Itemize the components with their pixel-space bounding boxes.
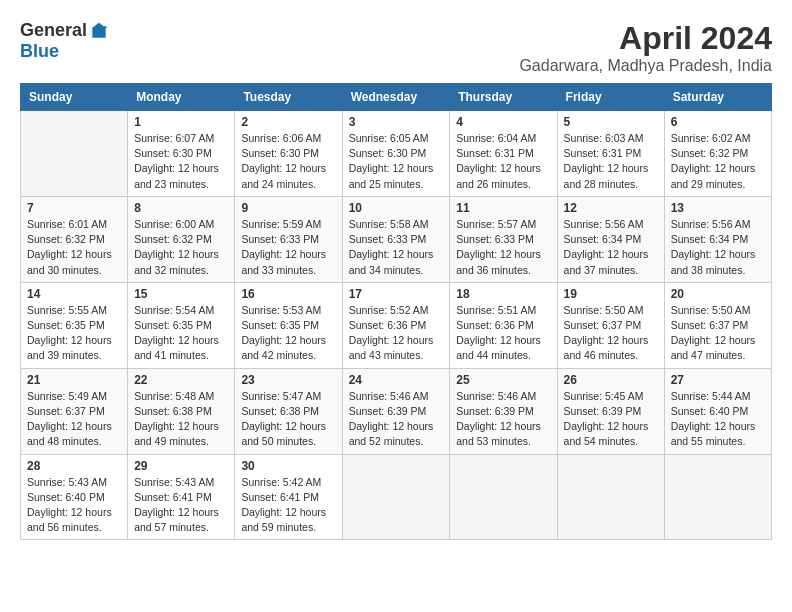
day-info: Sunrise: 5:48 AM Sunset: 6:38 PM Dayligh… [134,389,228,450]
day-number: 18 [456,287,550,301]
logo-general-text: General [20,20,87,41]
week-row-5: 28Sunrise: 5:43 AM Sunset: 6:40 PM Dayli… [21,454,772,540]
month-title: April 2024 [519,20,772,57]
day-number: 30 [241,459,335,473]
day-number: 23 [241,373,335,387]
location-title: Gadarwara, Madhya Pradesh, India [519,57,772,75]
day-number: 2 [241,115,335,129]
calendar-header: SundayMondayTuesdayWednesdayThursdayFrid… [21,84,772,111]
day-info: Sunrise: 5:57 AM Sunset: 6:33 PM Dayligh… [456,217,550,278]
day-number: 9 [241,201,335,215]
calendar-cell [557,454,664,540]
calendar-cell [342,454,450,540]
day-number: 29 [134,459,228,473]
weekday-header-thursday: Thursday [450,84,557,111]
day-number: 20 [671,287,765,301]
calendar-cell: 23Sunrise: 5:47 AM Sunset: 6:38 PM Dayli… [235,368,342,454]
day-number: 3 [349,115,444,129]
day-info: Sunrise: 5:54 AM Sunset: 6:35 PM Dayligh… [134,303,228,364]
week-row-3: 14Sunrise: 5:55 AM Sunset: 6:35 PM Dayli… [21,282,772,368]
calendar-cell [21,111,128,197]
calendar-cell: 5Sunrise: 6:03 AM Sunset: 6:31 PM Daylig… [557,111,664,197]
day-number: 13 [671,201,765,215]
day-number: 26 [564,373,658,387]
day-info: Sunrise: 5:43 AM Sunset: 6:41 PM Dayligh… [134,475,228,536]
day-info: Sunrise: 5:51 AM Sunset: 6:36 PM Dayligh… [456,303,550,364]
day-info: Sunrise: 5:58 AM Sunset: 6:33 PM Dayligh… [349,217,444,278]
calendar-cell: 2Sunrise: 6:06 AM Sunset: 6:30 PM Daylig… [235,111,342,197]
calendar-cell: 13Sunrise: 5:56 AM Sunset: 6:34 PM Dayli… [664,196,771,282]
day-number: 1 [134,115,228,129]
calendar-cell: 10Sunrise: 5:58 AM Sunset: 6:33 PM Dayli… [342,196,450,282]
day-info: Sunrise: 6:00 AM Sunset: 6:32 PM Dayligh… [134,217,228,278]
day-info: Sunrise: 6:01 AM Sunset: 6:32 PM Dayligh… [27,217,121,278]
day-info: Sunrise: 5:49 AM Sunset: 6:37 PM Dayligh… [27,389,121,450]
calendar-cell: 11Sunrise: 5:57 AM Sunset: 6:33 PM Dayli… [450,196,557,282]
calendar-cell: 8Sunrise: 6:00 AM Sunset: 6:32 PM Daylig… [128,196,235,282]
day-number: 22 [134,373,228,387]
day-number: 14 [27,287,121,301]
day-info: Sunrise: 6:02 AM Sunset: 6:32 PM Dayligh… [671,131,765,192]
day-info: Sunrise: 5:52 AM Sunset: 6:36 PM Dayligh… [349,303,444,364]
day-info: Sunrise: 5:56 AM Sunset: 6:34 PM Dayligh… [671,217,765,278]
day-number: 4 [456,115,550,129]
day-number: 5 [564,115,658,129]
logo-blue-text: Blue [20,41,59,61]
day-number: 15 [134,287,228,301]
day-info: Sunrise: 5:46 AM Sunset: 6:39 PM Dayligh… [349,389,444,450]
week-row-2: 7Sunrise: 6:01 AM Sunset: 6:32 PM Daylig… [21,196,772,282]
calendar-cell: 14Sunrise: 5:55 AM Sunset: 6:35 PM Dayli… [21,282,128,368]
day-info: Sunrise: 5:53 AM Sunset: 6:35 PM Dayligh… [241,303,335,364]
logo: General Blue [20,20,109,62]
weekday-header-wednesday: Wednesday [342,84,450,111]
calendar-cell: 6Sunrise: 6:02 AM Sunset: 6:32 PM Daylig… [664,111,771,197]
calendar-cell: 4Sunrise: 6:04 AM Sunset: 6:31 PM Daylig… [450,111,557,197]
calendar-cell: 24Sunrise: 5:46 AM Sunset: 6:39 PM Dayli… [342,368,450,454]
day-info: Sunrise: 5:47 AM Sunset: 6:38 PM Dayligh… [241,389,335,450]
calendar-cell: 19Sunrise: 5:50 AM Sunset: 6:37 PM Dayli… [557,282,664,368]
calendar-cell: 21Sunrise: 5:49 AM Sunset: 6:37 PM Dayli… [21,368,128,454]
calendar-cell: 12Sunrise: 5:56 AM Sunset: 6:34 PM Dayli… [557,196,664,282]
day-number: 25 [456,373,550,387]
day-info: Sunrise: 5:50 AM Sunset: 6:37 PM Dayligh… [671,303,765,364]
page-header: General Blue April 2024 Gadarwara, Madhy… [20,20,772,75]
day-number: 21 [27,373,121,387]
calendar-cell: 18Sunrise: 5:51 AM Sunset: 6:36 PM Dayli… [450,282,557,368]
day-info: Sunrise: 5:50 AM Sunset: 6:37 PM Dayligh… [564,303,658,364]
day-info: Sunrise: 5:55 AM Sunset: 6:35 PM Dayligh… [27,303,121,364]
day-info: Sunrise: 5:46 AM Sunset: 6:39 PM Dayligh… [456,389,550,450]
weekday-header-row: SundayMondayTuesdayWednesdayThursdayFrid… [21,84,772,111]
day-number: 27 [671,373,765,387]
calendar-cell: 22Sunrise: 5:48 AM Sunset: 6:38 PM Dayli… [128,368,235,454]
day-number: 6 [671,115,765,129]
day-number: 10 [349,201,444,215]
calendar-cell: 7Sunrise: 6:01 AM Sunset: 6:32 PM Daylig… [21,196,128,282]
weekday-header-tuesday: Tuesday [235,84,342,111]
day-number: 11 [456,201,550,215]
day-info: Sunrise: 5:42 AM Sunset: 6:41 PM Dayligh… [241,475,335,536]
day-number: 7 [27,201,121,215]
calendar-cell: 27Sunrise: 5:44 AM Sunset: 6:40 PM Dayli… [664,368,771,454]
day-info: Sunrise: 6:05 AM Sunset: 6:30 PM Dayligh… [349,131,444,192]
day-number: 24 [349,373,444,387]
week-row-4: 21Sunrise: 5:49 AM Sunset: 6:37 PM Dayli… [21,368,772,454]
calendar-cell: 25Sunrise: 5:46 AM Sunset: 6:39 PM Dayli… [450,368,557,454]
calendar-cell: 15Sunrise: 5:54 AM Sunset: 6:35 PM Dayli… [128,282,235,368]
calendar-cell: 30Sunrise: 5:42 AM Sunset: 6:41 PM Dayli… [235,454,342,540]
calendar-cell [664,454,771,540]
calendar-cell: 9Sunrise: 5:59 AM Sunset: 6:33 PM Daylig… [235,196,342,282]
calendar-cell: 16Sunrise: 5:53 AM Sunset: 6:35 PM Dayli… [235,282,342,368]
calendar-cell: 29Sunrise: 5:43 AM Sunset: 6:41 PM Dayli… [128,454,235,540]
day-number: 17 [349,287,444,301]
calendar-cell: 20Sunrise: 5:50 AM Sunset: 6:37 PM Dayli… [664,282,771,368]
weekday-header-monday: Monday [128,84,235,111]
day-info: Sunrise: 6:04 AM Sunset: 6:31 PM Dayligh… [456,131,550,192]
day-info: Sunrise: 6:03 AM Sunset: 6:31 PM Dayligh… [564,131,658,192]
weekday-header-friday: Friday [557,84,664,111]
day-number: 12 [564,201,658,215]
day-info: Sunrise: 5:45 AM Sunset: 6:39 PM Dayligh… [564,389,658,450]
day-number: 19 [564,287,658,301]
title-area: April 2024 Gadarwara, Madhya Pradesh, In… [519,20,772,75]
calendar-cell: 17Sunrise: 5:52 AM Sunset: 6:36 PM Dayli… [342,282,450,368]
day-info: Sunrise: 5:44 AM Sunset: 6:40 PM Dayligh… [671,389,765,450]
